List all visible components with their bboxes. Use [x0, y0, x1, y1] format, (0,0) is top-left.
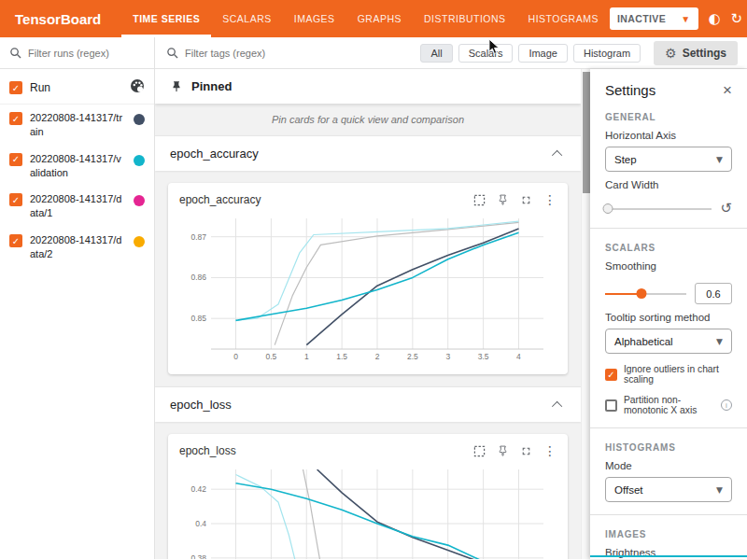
scrollbar-thumb[interactable]	[583, 72, 590, 193]
info-icon[interactable]: i	[721, 399, 732, 411]
settings-button[interactable]: ⚙ Settings	[654, 41, 738, 65]
chip-histogram[interactable]: Histogram	[573, 44, 641, 63]
pin-card-icon[interactable]	[497, 194, 509, 206]
tab-scalars[interactable]: SCALARS	[211, 0, 283, 37]
divider	[590, 427, 747, 428]
run-row: ✓ 20220808-141317/data/1	[0, 186, 154, 227]
fit-selection-icon[interactable]	[473, 194, 486, 206]
card-title: epoch_loss	[179, 444, 236, 457]
search-icon	[166, 47, 178, 59]
histogram-mode-select[interactable]: Offset ▼	[605, 477, 732, 502]
section-title: epoch_accuracy	[170, 147, 259, 161]
tab-images[interactable]: IMAGES	[283, 0, 346, 37]
chevron-down-icon: ▼	[716, 155, 723, 164]
runs-panel: ✓ Run ✓ 20220808-141317/train ✓ 20220808…	[0, 69, 155, 559]
pin-card-icon[interactable]	[497, 445, 509, 457]
svg-text:2.5: 2.5	[407, 352, 418, 361]
fit-selection-icon[interactable]	[473, 445, 486, 457]
section-title: epoch_loss	[170, 398, 232, 412]
smoothing-slider[interactable]	[605, 293, 686, 295]
filter-runs-input[interactable]	[28, 48, 131, 59]
more-options-icon[interactable]: ⋮	[543, 443, 557, 458]
palette-icon[interactable]	[130, 78, 145, 96]
chart-canvas-epoch-accuracy[interactable]: 00.511.522.533.540.850.860.87	[177, 211, 558, 371]
tooltip-sorting-value: Alphabetical	[614, 336, 673, 347]
card-zone: epoch_loss ⋮ 00.511.522.533.540.360.380.…	[155, 422, 581, 559]
chart-canvas-epoch-loss[interactable]: 00.511.522.533.540.360.380.40.42	[177, 462, 558, 559]
refresh-icon[interactable]: ↻	[731, 12, 743, 26]
run-checkbox[interactable]: ✓	[9, 193, 22, 206]
fullscreen-icon[interactable]	[520, 445, 532, 457]
settings-title: Settings	[605, 82, 655, 98]
runs-filter-container	[0, 37, 155, 68]
reset-icon[interactable]: ↺	[720, 202, 732, 216]
chip-scalars[interactable]: Scalars	[458, 44, 514, 63]
chevron-down-icon: ▼	[716, 337, 723, 346]
svg-text:0.38: 0.38	[190, 553, 206, 559]
card-zone: epoch_accuracy ⋮ 00.511.522.533.540.850.…	[155, 171, 581, 386]
svg-text:4: 4	[516, 352, 521, 361]
histogram-mode-value: Offset	[614, 484, 642, 496]
main-scrollbar[interactable]	[581, 69, 590, 559]
tab-distributions[interactable]: DISTRIBUTIONS	[413, 0, 517, 37]
run-status-value: INACTIVE	[617, 13, 666, 24]
smoothing-input[interactable]	[695, 283, 732, 304]
svg-text:3: 3	[445, 352, 450, 361]
tags-filter-container	[155, 37, 420, 68]
tab-time-series[interactable]: TIME SERIES	[121, 0, 211, 37]
tab-graphs[interactable]: GRAPHS	[346, 0, 413, 37]
ignore-outliers-label: Ignore outliers in chart scaling	[624, 364, 732, 385]
tab-histograms[interactable]: HISTOGRAMS	[517, 0, 610, 37]
run-status-select[interactable]: INACTIVE ▼	[610, 7, 698, 30]
run-color-dot[interactable]	[134, 114, 145, 125]
checkbox-partition-x-axis[interactable]	[605, 399, 617, 412]
theme-toggle-icon[interactable]: ◐	[709, 12, 721, 26]
svg-text:0.87: 0.87	[190, 232, 206, 242]
card-width-slider[interactable]	[605, 208, 712, 210]
chip-scalars-label: Scalars	[469, 48, 503, 59]
more-options-icon[interactable]: ⋮	[543, 192, 557, 207]
divider	[590, 228, 747, 229]
run-color-dot[interactable]	[134, 195, 145, 206]
close-icon[interactable]: ×	[723, 82, 732, 98]
run-row: ✓ 20220808-141317/data/2	[0, 227, 154, 268]
app-logo: TensorBoard	[0, 11, 121, 27]
teal-accent-line	[590, 555, 747, 557]
chart-card: epoch_accuracy ⋮ 00.511.522.533.540.850.…	[168, 183, 568, 374]
svg-text:0.5: 0.5	[265, 352, 276, 361]
checkbox-ignore-outliers[interactable]: ✓	[605, 369, 617, 381]
section-epoch-accuracy[interactable]: epoch_accuracy	[155, 135, 581, 171]
chip-image[interactable]: Image	[518, 44, 568, 63]
filter-toolbar: All Scalars Image Histogram ⚙ Settings	[0, 37, 747, 69]
partition-label: Partition non-monotonic X axis	[624, 395, 714, 415]
runs-header: ✓ Run	[0, 69, 154, 105]
chevron-up-icon	[552, 149, 562, 160]
svg-text:0: 0	[233, 352, 238, 361]
select-all-runs-checkbox[interactable]: ✓	[9, 81, 22, 94]
run-color-dot[interactable]	[134, 155, 145, 166]
settings-panel: Settings × GENERAL Horizontal Axis Step …	[590, 69, 747, 559]
svg-text:2: 2	[375, 352, 380, 361]
pin-icon	[170, 80, 183, 93]
settings-section-caption: GENERAL	[605, 112, 732, 122]
tooltip-sorting-label: Tooltip sorting method	[605, 312, 732, 323]
fullscreen-icon[interactable]	[520, 194, 532, 206]
run-row: ✓ 20220808-141317/validation	[0, 146, 154, 187]
run-checkbox[interactable]: ✓	[9, 234, 22, 247]
run-checkbox[interactable]: ✓	[9, 153, 22, 166]
filter-tags-input[interactable]	[185, 48, 288, 59]
chip-all[interactable]: All	[420, 44, 452, 63]
settings-section-caption: IMAGES	[605, 529, 732, 539]
svg-text:0.85: 0.85	[190, 314, 206, 323]
svg-text:1: 1	[304, 352, 309, 361]
chart-card: epoch_loss ⋮ 00.511.522.533.540.360.380.…	[168, 434, 568, 559]
tooltip-sorting-select[interactable]: Alphabetical ▼	[605, 329, 732, 354]
run-checkbox[interactable]: ✓	[9, 112, 22, 125]
section-epoch-loss[interactable]: epoch_loss	[155, 386, 581, 422]
horizontal-axis-select[interactable]: Step ▼	[605, 147, 732, 172]
pinned-header: Pinned	[155, 69, 581, 104]
run-color-dot[interactable]	[134, 236, 145, 247]
svg-text:1.5: 1.5	[336, 352, 347, 361]
run-name: 20220808-141317/validation	[30, 152, 126, 180]
chevron-down-icon: ▼	[716, 485, 723, 495]
